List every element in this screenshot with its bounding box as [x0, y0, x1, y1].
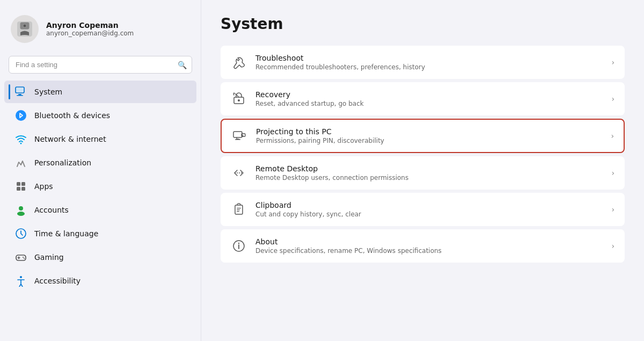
remote-desktop-chevron: ›: [611, 169, 614, 177]
svg-rect-13: [21, 187, 25, 191]
sidebar-item-bluetooth[interactable]: Bluetooth & devices: [4, 104, 196, 127]
sidebar-item-time[interactable]: Time & language: [4, 222, 196, 245]
setting-item-clipboard[interactable]: Clipboard Cut and copy history, sync, cl…: [221, 193, 625, 226]
user-section: Anyron Copeman anyron_copeman@idg.com: [0, 9, 201, 54]
svg-point-8: [16, 110, 26, 121]
svg-rect-10: [17, 182, 20, 186]
sidebar-item-time-label: Time & language: [34, 229, 98, 238]
troubleshoot-icon: [231, 54, 247, 70]
user-name: Anyron Copeman: [46, 21, 134, 30]
accounts-icon: [15, 204, 27, 216]
svg-rect-7: [17, 88, 23, 92]
sidebar-item-accounts[interactable]: Accounts: [4, 199, 196, 221]
recovery-title: Recovery: [255, 90, 603, 99]
about-desc: Device specifications, rename PC, Window…: [255, 247, 603, 255]
svg-rect-11: [21, 182, 25, 186]
about-text: About Device specifications, rename PC, …: [255, 237, 603, 255]
remote-desktop-desc: Remote Desktop users, connection permiss…: [255, 174, 603, 182]
svg-rect-29: [237, 209, 240, 210]
svg-rect-30: [237, 211, 239, 212]
svg-point-20: [20, 276, 22, 278]
svg-point-15: [17, 212, 25, 216]
troubleshoot-chevron: ›: [611, 58, 614, 67]
svg-point-9: [20, 143, 22, 144]
svg-rect-23: [233, 132, 242, 137]
about-icon: [231, 238, 247, 254]
projecting-desc: Permissions, pairing PIN, discoverabilit…: [256, 137, 602, 144]
sidebar-item-apps-label: Apps: [34, 182, 53, 191]
svg-point-14: [19, 206, 23, 211]
troubleshoot-desc: Recommended troubleshooters, preferences…: [255, 63, 603, 71]
clipboard-text: Clipboard Cut and copy history, sync, cl…: [255, 201, 603, 218]
remote-desktop-title: Remote Desktop: [255, 164, 603, 173]
main-content: System Troubleshoot Recommended troubles…: [201, 0, 644, 341]
svg-rect-6: [17, 95, 23, 96]
about-title: About: [255, 237, 603, 246]
sidebar-item-apps[interactable]: Apps: [4, 175, 196, 198]
svg-rect-28: [237, 208, 241, 208]
sidebar-item-network[interactable]: Network & internet: [4, 128, 196, 150]
sidebar-item-accessibility-label: Accessibility: [34, 277, 80, 285]
about-chevron: ›: [611, 242, 614, 250]
accessibility-icon: [15, 275, 27, 287]
sidebar-item-accounts-label: Accounts: [34, 206, 69, 214]
sidebar: Anyron Copeman anyron_copeman@idg.com 🔍 …: [0, 0, 201, 341]
avatar: [11, 15, 39, 43]
svg-point-18: [23, 257, 24, 258]
personalization-icon: [15, 157, 27, 169]
sidebar-item-bluetooth-label: Bluetooth & devices: [34, 111, 110, 120]
svg-rect-25: [235, 139, 240, 140]
remote-desktop-text: Remote Desktop Remote Desktop users, con…: [255, 164, 603, 182]
troubleshoot-title: Troubleshoot: [255, 54, 603, 62]
gaming-icon: [15, 251, 27, 263]
search-box: 🔍: [9, 56, 192, 74]
sidebar-item-network-label: Network & internet: [34, 135, 106, 143]
svg-point-33: [238, 243, 239, 244]
sidebar-item-gaming-label: Gaming: [34, 253, 64, 262]
setting-item-projecting[interactable]: Projecting to this PC Permissions, pairi…: [221, 119, 625, 153]
user-email: anyron_copeman@idg.com: [46, 30, 134, 37]
svg-rect-5: [18, 94, 21, 95]
clipboard-desc: Cut and copy history, sync, clear: [255, 211, 603, 218]
sidebar-item-system[interactable]: System: [4, 81, 196, 103]
time-icon: [15, 228, 27, 240]
svg-rect-12: [17, 187, 20, 191]
recovery-text: Recovery Reset, advanced startup, go bac…: [255, 90, 603, 107]
recovery-icon: [231, 91, 247, 107]
page-title: System: [221, 15, 625, 33]
projecting-title: Projecting to this PC: [256, 127, 602, 136]
setting-item-troubleshoot[interactable]: Troubleshoot Recommended troubleshooters…: [221, 46, 625, 79]
troubleshoot-text: Troubleshoot Recommended troubleshooters…: [255, 54, 603, 71]
sidebar-item-personalization-label: Personalization: [34, 158, 91, 167]
projecting-text: Projecting to this PC Permissions, pairi…: [256, 127, 602, 144]
recovery-chevron: ›: [611, 95, 614, 103]
remote-desktop-icon: [231, 165, 247, 181]
apps-icon: [15, 180, 27, 192]
user-info: Anyron Copeman anyron_copeman@idg.com: [46, 21, 134, 37]
projecting-chevron: ›: [611, 132, 614, 140]
clipboard-chevron: ›: [611, 205, 614, 214]
sidebar-item-system-label: System: [34, 88, 62, 96]
clipboard-title: Clipboard: [255, 201, 603, 209]
projecting-icon: [231, 128, 247, 144]
svg-point-19: [24, 258, 25, 259]
sidebar-item-personalization[interactable]: Personalization: [4, 151, 196, 174]
svg-point-22: [238, 99, 240, 101]
system-icon: [15, 86, 27, 98]
setting-item-about[interactable]: About Device specifications, rename PC, …: [221, 229, 625, 263]
sidebar-item-gaming[interactable]: Gaming: [4, 246, 196, 269]
clipboard-icon: [231, 201, 247, 217]
network-icon: [15, 133, 27, 145]
sidebar-item-accessibility[interactable]: Accessibility: [4, 270, 196, 292]
setting-item-remote-desktop[interactable]: Remote Desktop Remote Desktop users, con…: [221, 156, 625, 190]
search-input[interactable]: [9, 56, 192, 74]
recovery-desc: Reset, advanced startup, go back: [255, 100, 603, 107]
bluetooth-icon: [15, 110, 27, 121]
setting-item-recovery[interactable]: Recovery Reset, advanced startup, go bac…: [221, 82, 625, 115]
settings-list: Troubleshoot Recommended troubleshooters…: [221, 46, 625, 263]
